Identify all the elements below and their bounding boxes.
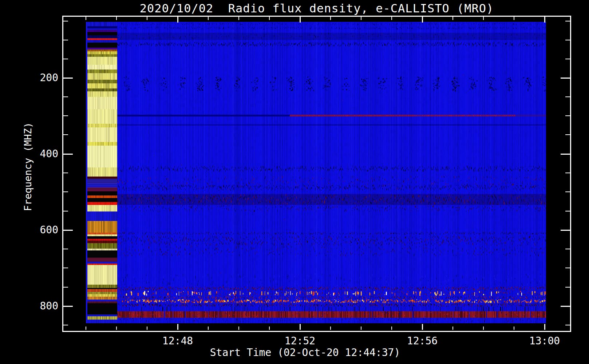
tick-mark [269,17,270,20]
tick-mark [300,324,301,330]
tick-mark [565,211,570,211]
tick-mark [422,17,423,23]
tick-mark [208,17,209,20]
tick-mark [565,40,570,40]
y-tick-label: 200 [7,72,58,84]
tick-mark [452,327,453,330]
tick-mark [391,327,392,330]
tick-mark [63,134,68,135]
spectrogram-canvas [86,22,546,323]
tick-mark [330,17,331,20]
tick-mark [565,134,570,135]
tick-mark [561,306,570,307]
tick-mark [514,17,514,20]
plot-title: 2020/10/02 Radio flux density, e-CALLIST… [62,1,571,15]
tick-mark [116,327,117,330]
tick-mark [483,17,484,20]
tick-mark [565,59,570,59]
tick-mark [514,327,514,330]
tick-mark [300,17,301,23]
tick-mark [86,17,86,20]
tick-mark [63,249,68,249]
x-tick-label: 12:56 [393,336,451,347]
tick-mark [544,17,545,23]
tick-mark [330,327,331,330]
tick-mark [147,327,147,330]
tick-mark [565,268,570,268]
tick-mark [238,17,239,20]
tick-mark [116,17,117,20]
x-tick-label: 12:52 [271,336,329,347]
tick-mark [177,17,178,23]
tick-mark [63,306,73,307]
tick-mark [63,173,68,173]
tick-mark [177,324,178,330]
tick-mark [63,287,68,288]
tick-mark [561,78,570,79]
tick-mark [565,325,570,325]
tick-mark [561,154,570,155]
tick-mark [361,327,361,330]
tick-mark [63,115,68,116]
tick-mark [483,327,484,330]
tick-mark [544,324,545,330]
tick-mark [565,173,570,173]
tick-mark [63,325,68,325]
y-tick-label: 600 [7,224,58,236]
tick-mark [452,17,453,20]
tick-mark [63,230,73,231]
tick-mark [63,78,73,79]
tick-mark [63,21,68,21]
y-tick-label: 800 [7,300,58,312]
x-tick-label: 13:00 [515,336,574,347]
tick-mark [208,327,209,330]
tick-mark [63,154,73,155]
tick-mark [565,96,570,97]
tick-mark [63,40,68,40]
x-tick-label: 12:48 [149,336,207,347]
x-axis-title: Start Time (02-Oct-20 12:44:37) [178,347,432,359]
tick-mark [63,59,68,59]
tick-mark [565,21,570,21]
spectrogram-page: 2020/10/02 Radio flux density, e-CALLIST… [0,0,589,364]
tick-mark [147,17,147,20]
y-tick-label: 400 [7,148,58,160]
tick-mark [565,115,570,116]
tick-mark [63,96,68,97]
tick-mark [565,287,570,288]
tick-mark [565,249,570,249]
tick-mark [561,230,570,231]
tick-mark [63,211,68,211]
tick-mark [63,191,68,192]
tick-mark [86,327,86,330]
tick-mark [391,17,392,20]
tick-mark [238,327,239,330]
tick-mark [565,191,570,192]
tick-mark [422,324,423,330]
y-axis-title: Frequency (MHZ) [22,122,33,211]
tick-mark [63,268,68,268]
tick-mark [269,327,270,330]
tick-mark [361,17,361,20]
